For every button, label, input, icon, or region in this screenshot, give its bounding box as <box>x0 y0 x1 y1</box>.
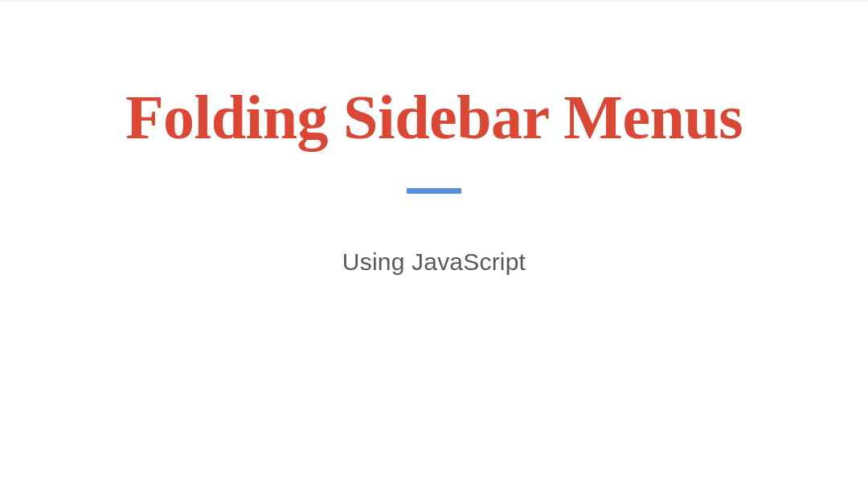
top-shadow-edge <box>0 0 868 3</box>
slide-title: Folding Sidebar Menus <box>125 80 743 154</box>
slide-subtitle: Using JavaScript <box>342 248 526 276</box>
title-divider <box>407 188 461 194</box>
